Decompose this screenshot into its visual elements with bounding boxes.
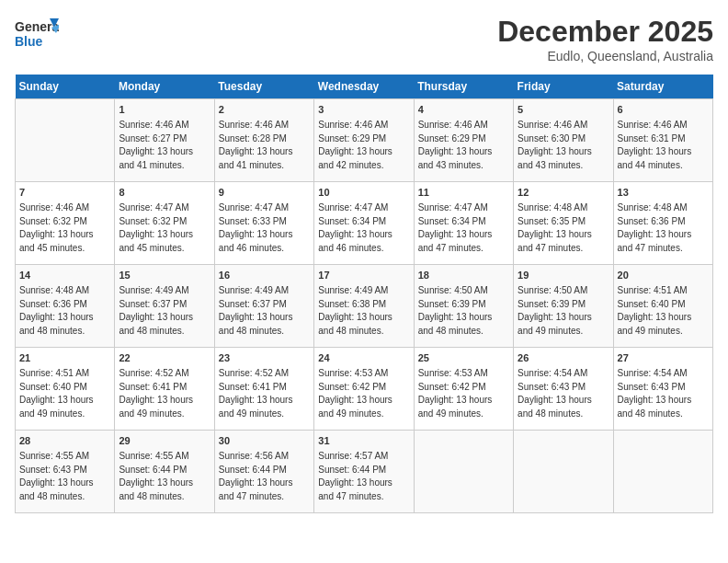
- cell-content: Sunrise: 4:56 AM Sunset: 6:44 PM Dayligh…: [219, 450, 310, 503]
- cell-content: Sunrise: 4:46 AM Sunset: 6:29 PM Dayligh…: [318, 119, 409, 172]
- calendar-cell: 12Sunrise: 4:48 AM Sunset: 6:35 PM Dayli…: [514, 182, 613, 265]
- cell-content: Sunrise: 4:49 AM Sunset: 6:37 PM Dayligh…: [119, 284, 210, 338]
- cell-content: Sunrise: 4:53 AM Sunset: 6:42 PM Dayligh…: [418, 367, 509, 420]
- day-number: 19: [518, 269, 609, 282]
- day-number: 22: [119, 351, 210, 365]
- svg-text:Blue: Blue: [15, 34, 43, 49]
- day-number: 27: [618, 351, 709, 365]
- day-number: 18: [418, 269, 509, 282]
- calendar-cell: 3Sunrise: 4:46 AM Sunset: 6:29 PM Daylig…: [314, 99, 414, 182]
- calendar-cell: 27Sunrise: 4:54 AM Sunset: 6:43 PM Dayli…: [613, 348, 712, 431]
- week-row-4: 21Sunrise: 4:51 AM Sunset: 6:40 PM Dayli…: [16, 348, 713, 431]
- day-number: 29: [119, 434, 210, 448]
- header-cell-saturday: Saturday: [613, 75, 712, 99]
- calendar-cell: 21Sunrise: 4:51 AM Sunset: 6:40 PM Dayli…: [16, 348, 115, 431]
- day-number: 3: [318, 103, 409, 117]
- cell-content: Sunrise: 4:46 AM Sunset: 6:30 PM Dayligh…: [518, 119, 609, 172]
- cell-content: Sunrise: 4:46 AM Sunset: 6:28 PM Dayligh…: [219, 119, 310, 172]
- calendar-cell: 20Sunrise: 4:51 AM Sunset: 6:40 PM Dayli…: [613, 265, 712, 348]
- calendar-cell: 11Sunrise: 4:47 AM Sunset: 6:34 PM Dayli…: [414, 182, 513, 265]
- cell-content: Sunrise: 4:49 AM Sunset: 6:38 PM Dayligh…: [318, 284, 409, 338]
- cell-content: Sunrise: 4:51 AM Sunset: 6:40 PM Dayligh…: [618, 284, 709, 338]
- calendar-cell: 18Sunrise: 4:50 AM Sunset: 6:39 PM Dayli…: [414, 265, 513, 348]
- day-number: 30: [219, 434, 310, 448]
- calendar-cell: 4Sunrise: 4:46 AM Sunset: 6:29 PM Daylig…: [414, 99, 513, 182]
- calendar-cell: 2Sunrise: 4:46 AM Sunset: 6:28 PM Daylig…: [214, 99, 313, 182]
- header-cell-monday: Monday: [115, 75, 214, 99]
- calendar-cell: [16, 99, 115, 182]
- header-cell-friday: Friday: [514, 75, 613, 99]
- cell-content: Sunrise: 4:53 AM Sunset: 6:42 PM Dayligh…: [318, 367, 409, 420]
- day-number: 8: [119, 186, 210, 200]
- day-number: 28: [19, 434, 110, 448]
- day-number: 15: [119, 269, 210, 282]
- calendar-cell: 26Sunrise: 4:54 AM Sunset: 6:43 PM Dayli…: [514, 348, 613, 431]
- cell-content: Sunrise: 4:54 AM Sunset: 6:43 PM Dayligh…: [518, 367, 609, 420]
- calendar-cell: 1Sunrise: 4:46 AM Sunset: 6:27 PM Daylig…: [115, 99, 214, 182]
- day-number: 23: [219, 351, 310, 365]
- logo-icon: General Blue: [15, 15, 59, 52]
- day-number: 14: [19, 269, 110, 282]
- calendar-cell: 28Sunrise: 4:55 AM Sunset: 6:43 PM Dayli…: [16, 431, 115, 513]
- calendar-table: SundayMondayTuesdayWednesdayThursdayFrid…: [15, 75, 713, 513]
- cell-content: Sunrise: 4:48 AM Sunset: 6:36 PM Dayligh…: [19, 284, 110, 338]
- cell-content: Sunrise: 4:52 AM Sunset: 6:41 PM Dayligh…: [119, 367, 210, 420]
- calendar-cell: 8Sunrise: 4:47 AM Sunset: 6:32 PM Daylig…: [115, 182, 214, 265]
- day-number: 24: [318, 351, 409, 365]
- day-number: 6: [618, 103, 709, 117]
- calendar-cell: 5Sunrise: 4:46 AM Sunset: 6:30 PM Daylig…: [514, 99, 613, 182]
- calendar-cell: 31Sunrise: 4:57 AM Sunset: 6:44 PM Dayli…: [314, 431, 414, 513]
- cell-content: Sunrise: 4:49 AM Sunset: 6:37 PM Dayligh…: [219, 284, 310, 338]
- month-title: December 2025: [497, 15, 713, 49]
- calendar-cell: [514, 431, 613, 513]
- cell-content: Sunrise: 4:50 AM Sunset: 6:39 PM Dayligh…: [518, 284, 609, 338]
- cell-content: Sunrise: 4:51 AM Sunset: 6:40 PM Dayligh…: [19, 367, 110, 420]
- header-cell-thursday: Thursday: [414, 75, 513, 99]
- week-row-2: 7Sunrise: 4:46 AM Sunset: 6:32 PM Daylig…: [16, 182, 713, 265]
- cell-content: Sunrise: 4:48 AM Sunset: 6:36 PM Dayligh…: [618, 201, 709, 255]
- calendar-cell: 19Sunrise: 4:50 AM Sunset: 6:39 PM Dayli…: [514, 265, 613, 348]
- day-number: 16: [219, 269, 310, 282]
- calendar-cell: 9Sunrise: 4:47 AM Sunset: 6:33 PM Daylig…: [214, 182, 313, 265]
- calendar-cell: [414, 431, 513, 513]
- day-number: 2: [219, 103, 310, 117]
- calendar-cell: 23Sunrise: 4:52 AM Sunset: 6:41 PM Dayli…: [214, 348, 313, 431]
- calendar-cell: 13Sunrise: 4:48 AM Sunset: 6:36 PM Dayli…: [613, 182, 712, 265]
- cell-content: Sunrise: 4:55 AM Sunset: 6:44 PM Dayligh…: [119, 450, 210, 503]
- header-cell-sunday: Sunday: [16, 75, 115, 99]
- cell-content: Sunrise: 4:50 AM Sunset: 6:39 PM Dayligh…: [418, 284, 509, 338]
- day-number: 26: [518, 351, 609, 365]
- day-number: 17: [318, 269, 409, 282]
- calendar-cell: [613, 431, 712, 513]
- day-number: 9: [219, 186, 310, 200]
- cell-content: Sunrise: 4:47 AM Sunset: 6:34 PM Dayligh…: [418, 201, 509, 255]
- calendar-cell: 17Sunrise: 4:49 AM Sunset: 6:38 PM Dayli…: [314, 265, 414, 348]
- calendar-cell: 7Sunrise: 4:46 AM Sunset: 6:32 PM Daylig…: [16, 182, 115, 265]
- calendar-cell: 24Sunrise: 4:53 AM Sunset: 6:42 PM Dayli…: [314, 348, 414, 431]
- calendar-cell: 30Sunrise: 4:56 AM Sunset: 6:44 PM Dayli…: [214, 431, 313, 513]
- day-number: 12: [518, 186, 609, 200]
- week-row-3: 14Sunrise: 4:48 AM Sunset: 6:36 PM Dayli…: [16, 265, 713, 348]
- calendar-cell: 25Sunrise: 4:53 AM Sunset: 6:42 PM Dayli…: [414, 348, 513, 431]
- day-number: 20: [618, 269, 709, 282]
- day-number: 1: [119, 103, 210, 117]
- calendar-cell: 29Sunrise: 4:55 AM Sunset: 6:44 PM Dayli…: [115, 431, 214, 513]
- day-number: 5: [518, 103, 609, 117]
- calendar-cell: 14Sunrise: 4:48 AM Sunset: 6:36 PM Dayli…: [16, 265, 115, 348]
- cell-content: Sunrise: 4:52 AM Sunset: 6:41 PM Dayligh…: [219, 367, 310, 420]
- day-number: 11: [418, 186, 509, 200]
- header-cell-wednesday: Wednesday: [314, 75, 414, 99]
- cell-content: Sunrise: 4:54 AM Sunset: 6:43 PM Dayligh…: [618, 367, 709, 420]
- day-number: 31: [318, 434, 409, 448]
- cell-content: Sunrise: 4:46 AM Sunset: 6:31 PM Dayligh…: [618, 119, 709, 172]
- day-number: 21: [19, 351, 110, 365]
- week-row-5: 28Sunrise: 4:55 AM Sunset: 6:43 PM Dayli…: [16, 431, 713, 513]
- calendar-cell: 6Sunrise: 4:46 AM Sunset: 6:31 PM Daylig…: [613, 99, 712, 182]
- day-number: 10: [318, 186, 409, 200]
- cell-content: Sunrise: 4:57 AM Sunset: 6:44 PM Dayligh…: [318, 450, 409, 503]
- week-row-1: 1Sunrise: 4:46 AM Sunset: 6:27 PM Daylig…: [16, 99, 713, 182]
- day-number: 13: [618, 186, 709, 200]
- cell-content: Sunrise: 4:48 AM Sunset: 6:35 PM Dayligh…: [518, 201, 609, 255]
- cell-content: Sunrise: 4:47 AM Sunset: 6:34 PM Dayligh…: [318, 201, 409, 255]
- header-row: SundayMondayTuesdayWednesdayThursdayFrid…: [16, 75, 713, 99]
